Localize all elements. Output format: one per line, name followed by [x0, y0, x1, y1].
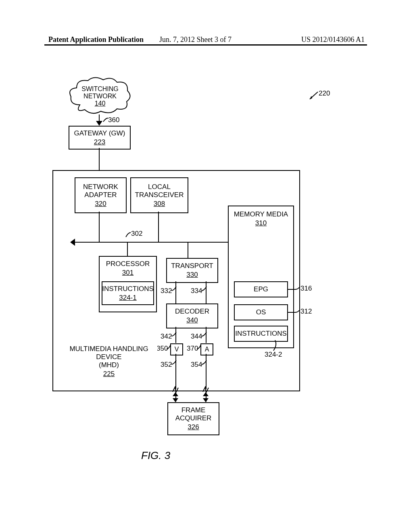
switching-network-ref: 140 — [68, 100, 132, 107]
label-352: 352 — [161, 361, 172, 369]
processor-title: PROCESSOR — [104, 260, 152, 268]
mhd-label-box: MULTIMEDIA HANDLING DEVICE (MHD) 225 — [60, 343, 157, 380]
epg-title: EPG — [252, 285, 270, 293]
conn-proc-bus — [127, 242, 128, 256]
instructions2-box: INSTRUCTIONS — [234, 326, 288, 342]
switching-network-cloud: SWITCHING NETWORK 140 — [68, 77, 132, 115]
instructions1-box: INSTRUCTIONS 324-1 — [102, 281, 154, 305]
decoder-title: DECODER — [173, 308, 211, 316]
decoder-ref: 340 — [186, 316, 198, 324]
os-box: OS — [234, 304, 288, 320]
memory-media-title: MEMORY MEDIA — [232, 210, 290, 218]
mhd-ref: 225 — [103, 370, 115, 378]
os-title: OS — [254, 308, 268, 316]
network-adapter-ref: 320 — [95, 200, 106, 208]
header-left: Patent Application Publication — [48, 35, 144, 44]
header-rule — [44, 44, 367, 46]
figure-ref-leader — [307, 89, 319, 101]
network-adapter-title: NETWORK ADAPTER — [81, 183, 120, 199]
a-label: A — [205, 346, 209, 353]
figure-label: FIG. 3 — [141, 449, 170, 462]
instructions2-title: INSTRUCTIONS — [234, 330, 288, 338]
conn-na-bus — [99, 212, 100, 242]
frame-acquirer-ref: 326 — [188, 423, 199, 431]
leader-360 — [102, 117, 109, 123]
local-transceiver-title: LOCAL TRANSCEIVER — [133, 183, 186, 199]
frame-acquirer-box: FRAME ACQUIRER 326 — [167, 402, 219, 435]
v-label: V — [175, 346, 179, 353]
label-332: 332 — [161, 287, 172, 295]
label-342: 342 — [161, 332, 172, 341]
mhd-title2: (MHD) — [97, 361, 121, 369]
conn-gw-na — [99, 148, 100, 170]
label-360: 360 — [108, 116, 119, 124]
local-transceiver-ref: 308 — [154, 200, 165, 208]
v-box: V — [170, 343, 183, 355]
leader-302 — [124, 231, 131, 238]
a-box: A — [200, 343, 213, 355]
instructions2-ref: 324-2 — [265, 351, 282, 359]
conn-lt-bus — [158, 212, 159, 242]
label-354: 354 — [191, 361, 202, 369]
decoder-box: DECODER 340 — [166, 303, 218, 328]
header-mid: Jun. 7, 2012 Sheet 3 of 7 — [159, 35, 232, 44]
label-344: 344 — [191, 332, 202, 341]
processor-ref: 301 — [122, 269, 133, 277]
label-334: 334 — [191, 287, 202, 295]
conn-trans-bus — [188, 242, 188, 258]
figure-ref: 220 — [319, 89, 330, 98]
bus-line — [73, 242, 254, 243]
bus-ref: 302 — [131, 230, 142, 238]
header-right: US 2012/0143606 A1 — [301, 35, 365, 44]
transport-box: TRANSPORT 330 — [166, 258, 218, 283]
mhd-title1: MULTIMEDIA HANDLING DEVICE — [60, 345, 157, 361]
network-adapter-box: NETWORK ADAPTER 320 — [75, 177, 127, 213]
memory-media-ref: 310 — [255, 219, 267, 227]
epg-ref: 316 — [300, 285, 312, 293]
instructions1-title: INSTRUCTIONS — [100, 285, 155, 293]
instructions1-ref: 324-1 — [119, 294, 136, 302]
transport-ref: 330 — [186, 271, 198, 279]
gateway-title: GATEWAY (GW) — [73, 129, 127, 137]
frame-acquirer-title: FRAME ACQUIRER — [174, 406, 213, 422]
os-ref: 312 — [300, 308, 312, 316]
epg-box: EPG — [234, 281, 288, 297]
conn-334b — [206, 290, 206, 303]
gateway-ref: 223 — [94, 138, 105, 146]
transport-title: TRANSPORT — [169, 262, 215, 270]
switching-network-title: SWITCHING NETWORK — [68, 85, 132, 100]
gateway-box: GATEWAY (GW) 223 — [69, 126, 131, 150]
conn-332b — [175, 290, 176, 303]
local-transceiver-box: LOCAL TRANSCEIVER 308 — [130, 177, 188, 213]
